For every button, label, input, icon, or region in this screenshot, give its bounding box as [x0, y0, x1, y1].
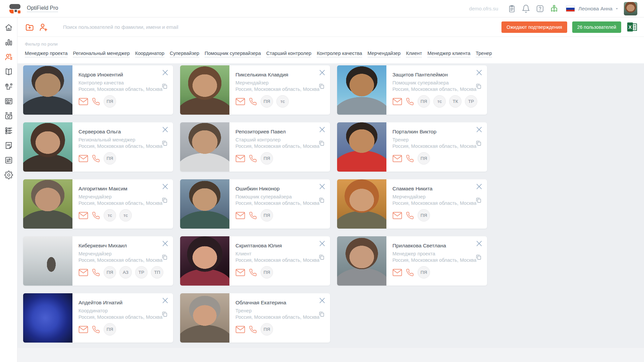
user-photo[interactable] — [180, 179, 229, 229]
email-icon[interactable] — [235, 98, 245, 105]
close-icon[interactable] — [476, 127, 482, 132]
user-photo[interactable] — [180, 122, 229, 172]
phone-icon[interactable] — [92, 325, 100, 334]
role-filter-item[interactable]: Контролер качества — [317, 51, 362, 57]
copy-icon[interactable] — [318, 83, 325, 89]
app-title[interactable]: OptiField Pro — [27, 5, 58, 12]
close-icon[interactable] — [319, 184, 325, 189]
email-icon[interactable] — [78, 212, 88, 219]
close-icon[interactable] — [162, 241, 168, 246]
close-icon[interactable] — [162, 127, 168, 132]
user-photo[interactable] — [180, 293, 229, 343]
email-icon[interactable] — [392, 212, 402, 219]
excel-export-icon[interactable]: X — [627, 22, 637, 32]
email-icon[interactable] — [392, 155, 402, 162]
email-icon[interactable] — [78, 155, 88, 162]
sidebar-item-statistics[interactable] — [0, 35, 17, 50]
copy-icon[interactable] — [161, 83, 168, 89]
copy-icon[interactable] — [475, 197, 482, 203]
close-icon[interactable] — [162, 70, 168, 75]
close-icon[interactable] — [476, 70, 482, 75]
sidebar-item-news[interactable] — [0, 94, 17, 109]
close-icon[interactable] — [162, 298, 168, 303]
phone-icon[interactable] — [249, 212, 257, 220]
app-logo-icon[interactable] — [8, 2, 21, 15]
copy-icon[interactable] — [475, 140, 482, 146]
copy-icon[interactable] — [318, 254, 325, 260]
search-input[interactable] — [59, 21, 501, 33]
sidebar-item-home[interactable] — [0, 20, 17, 35]
email-icon[interactable] — [235, 155, 245, 162]
copy-icon[interactable] — [318, 197, 325, 203]
role-filter-item[interactable]: Супервайзер — [170, 51, 199, 57]
help-icon[interactable] — [536, 4, 544, 13]
close-icon[interactable] — [319, 70, 325, 75]
user-photo[interactable] — [23, 236, 72, 286]
sidebar-item-photo-reports[interactable] — [0, 109, 17, 123]
copy-icon[interactable] — [161, 254, 168, 260]
sidebar-item-users[interactable] — [0, 50, 17, 64]
role-filter-item[interactable]: Тренер — [476, 51, 492, 57]
phone-icon[interactable] — [92, 212, 100, 220]
email-icon[interactable] — [235, 269, 245, 276]
user-photo[interactable] — [23, 179, 72, 229]
sidebar-item-tasks[interactable] — [0, 123, 17, 138]
user-photo[interactable] — [337, 122, 386, 172]
sidebar-item-documents[interactable] — [0, 138, 17, 153]
phone-icon[interactable] — [92, 268, 100, 277]
copy-icon[interactable] — [161, 311, 168, 317]
close-icon[interactable] — [319, 241, 325, 246]
user-photo[interactable] — [23, 65, 72, 115]
phone-icon[interactable] — [92, 98, 100, 106]
copy-icon[interactable] — [475, 254, 482, 260]
user-photo[interactable] — [337, 236, 386, 286]
phone-icon[interactable] — [406, 155, 414, 163]
email-icon[interactable] — [392, 98, 402, 105]
copy-icon[interactable] — [475, 83, 482, 89]
copy-icon[interactable] — [318, 140, 325, 146]
close-icon[interactable] — [476, 184, 482, 189]
copy-icon[interactable] — [318, 311, 325, 317]
role-filter-item[interactable]: Помощник супервайзера — [205, 51, 261, 57]
phone-icon[interactable] — [249, 98, 257, 106]
close-icon[interactable] — [319, 298, 325, 303]
clipboard-icon[interactable] — [507, 4, 516, 13]
training-icon[interactable] — [550, 4, 558, 13]
user-photo[interactable] — [23, 293, 72, 343]
close-icon[interactable] — [162, 184, 168, 189]
phone-icon[interactable] — [406, 268, 414, 277]
add-user-icon[interactable] — [39, 22, 48, 32]
email-icon[interactable] — [78, 269, 88, 276]
language-flag-ru-icon[interactable] — [566, 6, 575, 12]
user-count-button[interactable]: 26 пользователей — [572, 21, 621, 33]
close-icon[interactable] — [476, 241, 482, 246]
sidebar-item-routes[interactable] — [0, 79, 17, 94]
role-filter-item[interactable]: Координатор — [135, 51, 164, 57]
user-photo[interactable] — [23, 122, 72, 172]
sidebar-item-directory[interactable] — [0, 64, 17, 79]
pending-confirmation-button[interactable]: Ожидают подтверждения — [501, 21, 567, 33]
copy-icon[interactable] — [161, 197, 168, 203]
bell-icon[interactable] — [522, 4, 530, 13]
phone-icon[interactable] — [92, 155, 100, 163]
sidebar-item-settings[interactable] — [0, 168, 17, 182]
email-icon[interactable] — [235, 212, 245, 219]
phone-icon[interactable] — [249, 155, 257, 163]
sidebar-item-parameters[interactable] — [0, 153, 17, 168]
user-photo[interactable] — [337, 179, 386, 229]
phone-icon[interactable] — [406, 212, 414, 220]
phone-icon[interactable] — [249, 268, 257, 277]
email-icon[interactable] — [78, 98, 88, 105]
close-icon[interactable] — [319, 127, 325, 132]
role-filter-item[interactable]: Старший контролер — [266, 51, 312, 57]
user-avatar[interactable] — [624, 2, 637, 15]
current-user-name[interactable]: Леонова Анна — [578, 6, 612, 12]
user-photo[interactable] — [180, 236, 229, 286]
email-icon[interactable] — [235, 326, 245, 333]
user-photo[interactable] — [180, 65, 229, 115]
chevron-down-icon[interactable] — [614, 6, 619, 11]
phone-icon[interactable] — [249, 325, 257, 334]
email-icon[interactable] — [78, 326, 88, 333]
email-icon[interactable] — [392, 269, 402, 276]
add-group-icon[interactable] — [25, 22, 34, 32]
